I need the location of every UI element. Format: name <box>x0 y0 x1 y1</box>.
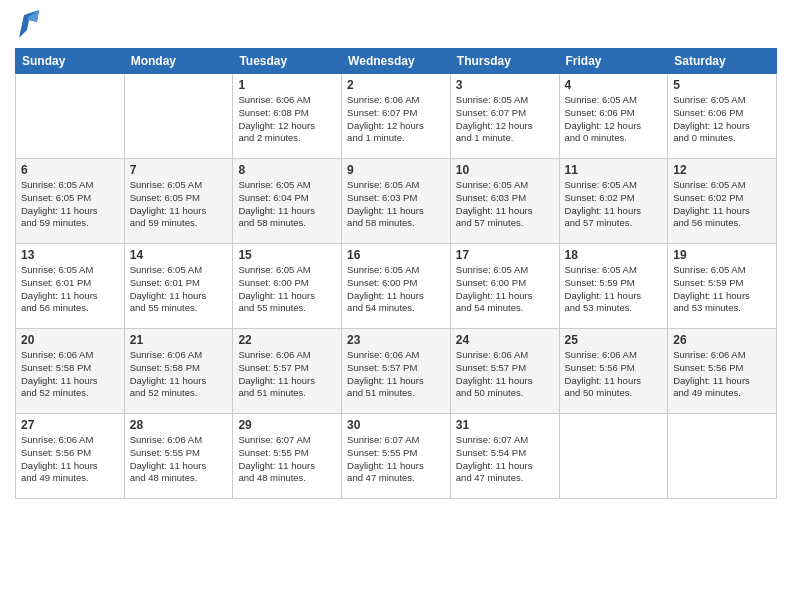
day-info: Sunrise: 6:06 AM Sunset: 5:56 PM Dayligh… <box>21 434 119 485</box>
day-number: 15 <box>238 248 336 262</box>
logo <box>15 10 39 40</box>
logo-bird-icon <box>19 10 39 40</box>
day-info: Sunrise: 6:05 AM Sunset: 6:05 PM Dayligh… <box>130 179 228 230</box>
calendar-cell: 11Sunrise: 6:05 AM Sunset: 6:02 PM Dayli… <box>559 159 668 244</box>
calendar-cell: 24Sunrise: 6:06 AM Sunset: 5:57 PM Dayli… <box>450 329 559 414</box>
day-number: 23 <box>347 333 445 347</box>
day-info: Sunrise: 6:06 AM Sunset: 5:58 PM Dayligh… <box>130 349 228 400</box>
calendar-cell: 15Sunrise: 6:05 AM Sunset: 6:00 PM Dayli… <box>233 244 342 329</box>
day-number: 1 <box>238 78 336 92</box>
day-number: 10 <box>456 163 554 177</box>
day-info: Sunrise: 6:05 AM Sunset: 6:00 PM Dayligh… <box>347 264 445 315</box>
day-info: Sunrise: 6:05 AM Sunset: 6:06 PM Dayligh… <box>565 94 663 145</box>
day-number: 14 <box>130 248 228 262</box>
day-number: 28 <box>130 418 228 432</box>
calendar-cell: 8Sunrise: 6:05 AM Sunset: 6:04 PM Daylig… <box>233 159 342 244</box>
calendar-cell: 26Sunrise: 6:06 AM Sunset: 5:56 PM Dayli… <box>668 329 777 414</box>
day-number: 16 <box>347 248 445 262</box>
calendar-cell: 5Sunrise: 6:05 AM Sunset: 6:06 PM Daylig… <box>668 74 777 159</box>
day-info: Sunrise: 6:05 AM Sunset: 6:03 PM Dayligh… <box>347 179 445 230</box>
calendar-week-1: 1Sunrise: 6:06 AM Sunset: 6:08 PM Daylig… <box>16 74 777 159</box>
day-number: 8 <box>238 163 336 177</box>
calendar-cell: 16Sunrise: 6:05 AM Sunset: 6:00 PM Dayli… <box>342 244 451 329</box>
day-number: 25 <box>565 333 663 347</box>
day-number: 11 <box>565 163 663 177</box>
day-number: 6 <box>21 163 119 177</box>
day-info: Sunrise: 6:07 AM Sunset: 5:55 PM Dayligh… <box>238 434 336 485</box>
calendar-cell: 13Sunrise: 6:05 AM Sunset: 6:01 PM Dayli… <box>16 244 125 329</box>
day-number: 21 <box>130 333 228 347</box>
calendar-cell: 29Sunrise: 6:07 AM Sunset: 5:55 PM Dayli… <box>233 414 342 499</box>
calendar-table: SundayMondayTuesdayWednesdayThursdayFrid… <box>15 48 777 499</box>
day-info: Sunrise: 6:06 AM Sunset: 5:56 PM Dayligh… <box>565 349 663 400</box>
day-number: 9 <box>347 163 445 177</box>
day-number: 17 <box>456 248 554 262</box>
day-number: 31 <box>456 418 554 432</box>
calendar-cell: 1Sunrise: 6:06 AM Sunset: 6:08 PM Daylig… <box>233 74 342 159</box>
calendar-cell: 14Sunrise: 6:05 AM Sunset: 6:01 PM Dayli… <box>124 244 233 329</box>
calendar-cell: 12Sunrise: 6:05 AM Sunset: 6:02 PM Dayli… <box>668 159 777 244</box>
day-info: Sunrise: 6:06 AM Sunset: 6:08 PM Dayligh… <box>238 94 336 145</box>
calendar-cell: 21Sunrise: 6:06 AM Sunset: 5:58 PM Dayli… <box>124 329 233 414</box>
day-info: Sunrise: 6:06 AM Sunset: 5:56 PM Dayligh… <box>673 349 771 400</box>
calendar-header-row: SundayMondayTuesdayWednesdayThursdayFrid… <box>16 49 777 74</box>
calendar-cell: 27Sunrise: 6:06 AM Sunset: 5:56 PM Dayli… <box>16 414 125 499</box>
calendar-cell: 22Sunrise: 6:06 AM Sunset: 5:57 PM Dayli… <box>233 329 342 414</box>
day-info: Sunrise: 6:06 AM Sunset: 5:55 PM Dayligh… <box>130 434 228 485</box>
calendar-cell: 7Sunrise: 6:05 AM Sunset: 6:05 PM Daylig… <box>124 159 233 244</box>
day-info: Sunrise: 6:06 AM Sunset: 5:57 PM Dayligh… <box>238 349 336 400</box>
day-info: Sunrise: 6:05 AM Sunset: 5:59 PM Dayligh… <box>673 264 771 315</box>
calendar-cell: 2Sunrise: 6:06 AM Sunset: 6:07 PM Daylig… <box>342 74 451 159</box>
page-header <box>15 10 777 40</box>
calendar-cell <box>16 74 125 159</box>
calendar-cell: 31Sunrise: 6:07 AM Sunset: 5:54 PM Dayli… <box>450 414 559 499</box>
calendar-cell: 9Sunrise: 6:05 AM Sunset: 6:03 PM Daylig… <box>342 159 451 244</box>
day-number: 19 <box>673 248 771 262</box>
weekday-header-saturday: Saturday <box>668 49 777 74</box>
calendar-week-5: 27Sunrise: 6:06 AM Sunset: 5:56 PM Dayli… <box>16 414 777 499</box>
day-number: 26 <box>673 333 771 347</box>
day-info: Sunrise: 6:05 AM Sunset: 6:06 PM Dayligh… <box>673 94 771 145</box>
calendar-cell <box>668 414 777 499</box>
calendar-cell: 10Sunrise: 6:05 AM Sunset: 6:03 PM Dayli… <box>450 159 559 244</box>
day-info: Sunrise: 6:07 AM Sunset: 5:55 PM Dayligh… <box>347 434 445 485</box>
day-number: 27 <box>21 418 119 432</box>
day-info: Sunrise: 6:05 AM Sunset: 6:01 PM Dayligh… <box>130 264 228 315</box>
calendar-cell: 28Sunrise: 6:06 AM Sunset: 5:55 PM Dayli… <box>124 414 233 499</box>
calendar-week-2: 6Sunrise: 6:05 AM Sunset: 6:05 PM Daylig… <box>16 159 777 244</box>
calendar-cell: 18Sunrise: 6:05 AM Sunset: 5:59 PM Dayli… <box>559 244 668 329</box>
calendar-cell: 4Sunrise: 6:05 AM Sunset: 6:06 PM Daylig… <box>559 74 668 159</box>
day-number: 4 <box>565 78 663 92</box>
calendar-cell: 23Sunrise: 6:06 AM Sunset: 5:57 PM Dayli… <box>342 329 451 414</box>
weekday-header-sunday: Sunday <box>16 49 125 74</box>
day-info: Sunrise: 6:05 AM Sunset: 6:04 PM Dayligh… <box>238 179 336 230</box>
day-number: 3 <box>456 78 554 92</box>
calendar-cell: 20Sunrise: 6:06 AM Sunset: 5:58 PM Dayli… <box>16 329 125 414</box>
day-info: Sunrise: 6:06 AM Sunset: 5:57 PM Dayligh… <box>347 349 445 400</box>
calendar-week-3: 13Sunrise: 6:05 AM Sunset: 6:01 PM Dayli… <box>16 244 777 329</box>
day-info: Sunrise: 6:05 AM Sunset: 5:59 PM Dayligh… <box>565 264 663 315</box>
calendar-cell: 17Sunrise: 6:05 AM Sunset: 6:00 PM Dayli… <box>450 244 559 329</box>
day-info: Sunrise: 6:05 AM Sunset: 6:00 PM Dayligh… <box>456 264 554 315</box>
day-info: Sunrise: 6:05 AM Sunset: 6:00 PM Dayligh… <box>238 264 336 315</box>
calendar-cell: 3Sunrise: 6:05 AM Sunset: 6:07 PM Daylig… <box>450 74 559 159</box>
day-number: 13 <box>21 248 119 262</box>
calendar-cell: 30Sunrise: 6:07 AM Sunset: 5:55 PM Dayli… <box>342 414 451 499</box>
weekday-header-friday: Friday <box>559 49 668 74</box>
day-number: 22 <box>238 333 336 347</box>
weekday-header-thursday: Thursday <box>450 49 559 74</box>
day-number: 30 <box>347 418 445 432</box>
day-number: 2 <box>347 78 445 92</box>
day-number: 18 <box>565 248 663 262</box>
day-number: 5 <box>673 78 771 92</box>
day-number: 29 <box>238 418 336 432</box>
day-info: Sunrise: 6:05 AM Sunset: 6:07 PM Dayligh… <box>456 94 554 145</box>
day-info: Sunrise: 6:05 AM Sunset: 6:01 PM Dayligh… <box>21 264 119 315</box>
day-info: Sunrise: 6:05 AM Sunset: 6:02 PM Dayligh… <box>565 179 663 230</box>
day-info: Sunrise: 6:05 AM Sunset: 6:03 PM Dayligh… <box>456 179 554 230</box>
day-number: 7 <box>130 163 228 177</box>
day-number: 24 <box>456 333 554 347</box>
day-info: Sunrise: 6:05 AM Sunset: 6:05 PM Dayligh… <box>21 179 119 230</box>
weekday-header-tuesday: Tuesday <box>233 49 342 74</box>
calendar-cell: 19Sunrise: 6:05 AM Sunset: 5:59 PM Dayli… <box>668 244 777 329</box>
